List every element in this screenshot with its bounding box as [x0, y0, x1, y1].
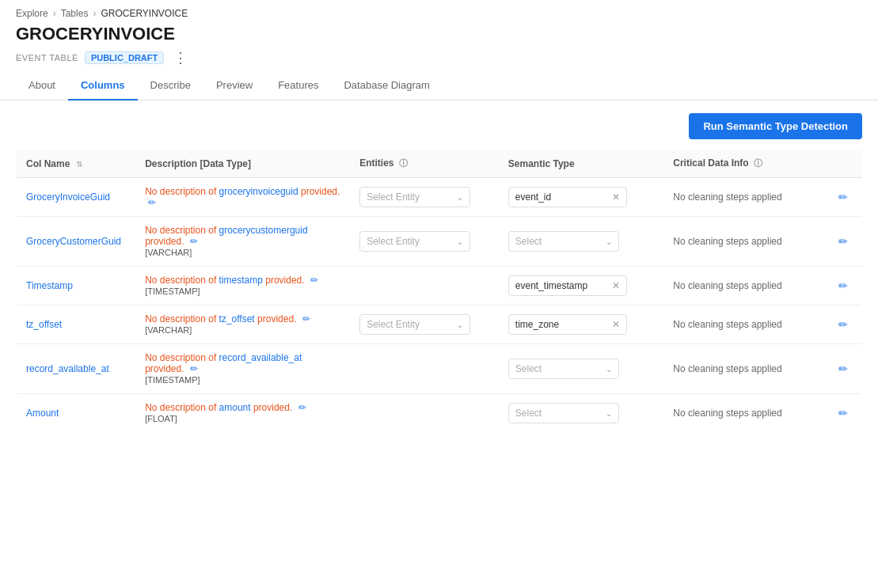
description-text: No description of record_available_at pr…	[145, 352, 302, 374]
no-cleaning-text: No cleaning steps applied	[673, 280, 781, 291]
description-text: No description of tz_offset provided.	[145, 313, 296, 324]
public-draft-badge: PUBLIC_DRAFT	[85, 51, 164, 64]
breadcrumb-tables[interactable]: Tables	[61, 8, 89, 19]
content-area: Run Semantic Type Detection Col Name ⇅ D…	[0, 101, 878, 446]
entity-select[interactable]: Select Entity ⌄	[359, 314, 470, 335]
semantic-type-value: time_zone	[515, 319, 559, 330]
table-row: GroceryInvoiceGuidNo description of groc…	[17, 178, 862, 217]
breadcrumb-explore[interactable]: Explore	[16, 8, 48, 19]
description-text: No description of groceryinvoiceguid pro…	[145, 186, 340, 197]
sort-icon[interactable]: ⇅	[76, 160, 82, 169]
description-edit-icon[interactable]: ✏	[148, 197, 156, 208]
breadcrumb: Explore › Tables › GROCERYINVOICE	[0, 0, 878, 22]
tab-features[interactable]: Features	[265, 71, 331, 101]
row-edit-icon[interactable]: ✏	[838, 279, 848, 292]
entities-info-icon[interactable]: ⓘ	[399, 158, 408, 168]
semantic-type-select[interactable]: Select ⌄	[508, 403, 619, 423]
breadcrumb-current: GROCERYINVOICE	[101, 8, 188, 19]
tab-about[interactable]: About	[16, 71, 68, 101]
page-title: GROCERYINVOICE	[0, 22, 878, 47]
data-type-badge: [TIMESTAMP]	[145, 375, 200, 385]
semantic-type-select[interactable]: Select ⌄	[508, 231, 619, 252]
tab-preview[interactable]: Preview	[203, 71, 265, 101]
th-entities: Entities ⓘ	[350, 150, 499, 178]
semantic-type-select[interactable]: time_zone ✕	[508, 314, 627, 335]
semantic-clear-icon[interactable]: ✕	[612, 192, 620, 203]
no-cleaning-text: No cleaning steps applied	[673, 363, 781, 374]
no-cleaning-text: No cleaning steps applied	[673, 408, 781, 419]
tabs-nav: About Columns Describe Preview Features …	[0, 71, 878, 101]
entity-select[interactable]: Select Entity ⌄	[359, 187, 470, 207]
row-edit-icon[interactable]: ✏	[838, 362, 848, 375]
table-row: record_available_atNo description of rec…	[17, 344, 862, 394]
more-options-button[interactable]: ⋮	[170, 51, 191, 65]
no-cleaning-text: No cleaning steps applied	[673, 236, 781, 247]
semantic-type-select[interactable]: Select ⌄	[508, 358, 619, 379]
table-row: tz_offsetNo description of tz_offset pro…	[17, 305, 862, 344]
no-cleaning-text: No cleaning steps applied	[673, 319, 781, 330]
row-edit-icon[interactable]: ✏	[838, 318, 848, 331]
semantic-clear-icon[interactable]: ✕	[612, 280, 620, 291]
row-edit-icon[interactable]: ✏	[838, 191, 848, 203]
entity-select[interactable]: Select Entity ⌄	[359, 231, 470, 252]
th-col-name: Col Name ⇅	[17, 150, 136, 178]
semantic-chevron-icon: ⌄	[606, 365, 612, 374]
semantic-type-value: event_timestamp	[515, 280, 587, 291]
th-description: Description [Data Type]	[135, 150, 350, 178]
semantic-chevron-icon: ⌄	[606, 237, 612, 246]
description-text: No description of amount provided.	[145, 402, 292, 413]
event-table-label: EVENT TABLE	[16, 53, 78, 63]
description-edit-icon[interactable]: ✏	[190, 236, 198, 247]
semantic-type-value: event_id	[515, 192, 551, 203]
col-name-value: Amount	[26, 408, 59, 419]
entity-chevron-icon: ⌄	[457, 193, 463, 202]
description-edit-icon[interactable]: ✏	[190, 363, 198, 374]
col-name-value: GroceryInvoiceGuid	[26, 192, 110, 203]
run-semantic-type-detection-button[interactable]: Run Semantic Type Detection	[689, 113, 862, 139]
col-name-value: GroceryCustomerGuid	[26, 236, 121, 247]
tab-describe[interactable]: Describe	[138, 71, 203, 101]
row-edit-icon[interactable]: ✏	[838, 235, 848, 248]
table-row: AmountNo description of amount provided.…	[17, 394, 862, 433]
entity-chevron-icon: ⌄	[457, 237, 463, 246]
th-action	[829, 150, 862, 178]
semantic-clear-icon[interactable]: ✕	[612, 319, 620, 330]
th-critical-data-info: Critical Data Info ⓘ	[663, 150, 828, 178]
toolbar: Run Semantic Type Detection	[16, 113, 862, 139]
data-type-badge: [VARCHAR]	[145, 248, 192, 257]
description-edit-icon[interactable]: ✏	[298, 402, 306, 413]
table-meta: EVENT TABLE PUBLIC_DRAFT ⋮	[0, 47, 878, 65]
col-name-value: Timestamp	[26, 280, 73, 291]
breadcrumb-sep1: ›	[53, 8, 56, 19]
columns-table: Col Name ⇅ Description [Data Type] Entit…	[16, 149, 862, 433]
critical-info-icon[interactable]: ⓘ	[754, 158, 762, 168]
row-edit-icon[interactable]: ✏	[838, 407, 848, 419]
description-edit-icon[interactable]: ✏	[310, 275, 318, 286]
table-row: GroceryCustomerGuidNo description of gro…	[17, 217, 862, 267]
data-type-badge: [FLOAT]	[145, 414, 177, 423]
data-type-badge: [TIMESTAMP]	[145, 286, 200, 296]
breadcrumb-sep2: ›	[93, 8, 96, 19]
description-edit-icon[interactable]: ✏	[302, 313, 310, 324]
entity-chevron-icon: ⌄	[457, 321, 463, 329]
col-name-value: record_available_at	[26, 363, 109, 374]
tab-database-diagram[interactable]: Database Diagram	[331, 71, 442, 101]
semantic-type-select[interactable]: event_id ✕	[508, 187, 627, 207]
th-semantic-type: Semantic Type	[499, 150, 663, 178]
description-text: No description of timestamp provided.	[145, 275, 304, 286]
no-cleaning-text: No cleaning steps applied	[673, 192, 781, 203]
table-row: TimestampNo description of timestamp pro…	[17, 267, 862, 305]
tab-columns[interactable]: Columns	[68, 71, 138, 101]
col-name-value: tz_offset	[26, 319, 62, 330]
description-text: No description of grocerycustomerguid pr…	[145, 225, 307, 247]
semantic-chevron-icon: ⌄	[606, 409, 612, 418]
semantic-type-select[interactable]: event_timestamp ✕	[508, 275, 627, 296]
data-type-badge: [VARCHAR]	[145, 325, 192, 335]
